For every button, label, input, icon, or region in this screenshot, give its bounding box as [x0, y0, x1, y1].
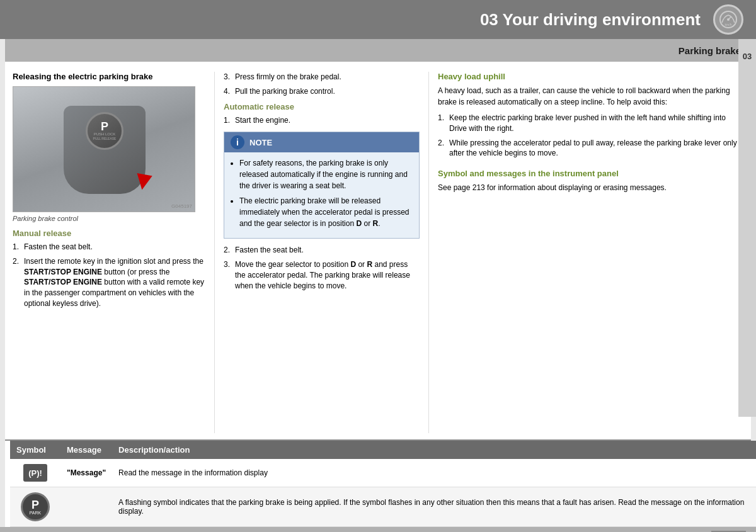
symbol-messages-body: See page 213 for information about displ… — [438, 182, 743, 193]
page-header: 03 Your driving environment km/h — [0, 0, 756, 39]
svg-point-2 — [727, 18, 730, 21]
manual-release-steps: 1. Fasten the seat belt. 2. Insert the r… — [13, 242, 205, 309]
note-box: i NOTE For safety reasons, the parking b… — [224, 132, 420, 239]
mid-top-steps: 3. Press firmly on the brake pedal. 4. P… — [224, 72, 420, 97]
symbol-cell: (P)! — [10, 459, 60, 487]
symbol-table-section: Symbol Message Description/action (P)! "… — [5, 439, 751, 527]
note-title: NOTE — [249, 138, 272, 147]
table-wrapper: Symbol Message Description/action (P)! "… — [5, 441, 751, 527]
list-item: For safety reasons, the parking brake is… — [239, 157, 413, 191]
list-item: 1. Fasten the seat belt. — [13, 242, 205, 252]
section-title-bar: Parking brake — [5, 39, 751, 62]
col-header-symbol: Symbol — [10, 441, 60, 459]
brake-image: P PUSH LOCKPULL RELEASE ▼ G045197 — [13, 86, 195, 212]
col-header-message: Message — [60, 441, 112, 459]
table-row: (P)! "Message" Read the message in the i… — [10, 459, 756, 487]
park-p-letter: P — [32, 499, 39, 511]
speedometer-icon: km/h — [713, 4, 743, 35]
list-item: The electric parking brake will be relea… — [239, 195, 413, 229]
right-column: Heavy load uphill A heavy load, such as … — [428, 72, 743, 433]
chapter-title: 03 Your driving environment — [480, 10, 701, 30]
symbol-messages-heading: Symbol and messages in the instrument pa… — [438, 169, 743, 178]
symbol-table: Symbol Message Description/action (P)! "… — [10, 441, 756, 527]
page-footer: ▶▶ 143 — [0, 527, 756, 532]
svg-text:km/h: km/h — [725, 23, 732, 26]
message-cell: "Message" — [60, 459, 112, 487]
heavy-load-body: A heavy load, such as a trailer, can cau… — [438, 85, 743, 108]
right-sidebar: 03 — [738, 39, 756, 417]
list-item: 2. Fasten the seat belt. — [224, 245, 420, 256]
left-heading: Releasing the electric parking brake — [13, 72, 205, 81]
p-exclamation-symbol: (P)! — [23, 464, 47, 482]
auto-release-steps: 1. Start the engine. — [224, 115, 420, 126]
section-title: Parking brake — [679, 45, 741, 56]
left-column: Releasing the electric parking brake P P… — [13, 72, 214, 433]
list-item: 1. Keep the electric parking brake lever… — [438, 113, 743, 134]
description-cell: Read the message in the information disp… — [112, 459, 756, 487]
note-list: For safety reasons, the parking brake is… — [231, 157, 413, 229]
list-item: 2. While pressing the accelerator pedal … — [438, 138, 743, 159]
heavy-load-heading: Heavy load uphill — [438, 72, 743, 81]
middle-column: 3. Press firmly on the brake pedal. 4. P… — [214, 72, 428, 433]
list-item: 3. Press firmly on the brake pedal. — [224, 72, 420, 82]
list-item: 2. Insert the remote key in the ignition… — [13, 256, 205, 309]
list-item: 1. Start the engine. — [224, 115, 420, 126]
auto-release-heading: Automatic release — [224, 102, 420, 111]
park-label: PARK — [30, 511, 42, 515]
mid-bottom-steps: 2. Fasten the seat belt. 3. Move the gea… — [224, 245, 420, 291]
description-cell: A flashing symbol indicates that the par… — [112, 487, 756, 527]
main-content: Releasing the electric parking brake P P… — [5, 62, 751, 439]
chapter-number: 03 — [743, 52, 752, 61]
note-header: i NOTE — [224, 132, 419, 152]
col-header-description: Description/action — [112, 441, 756, 459]
list-item: 4. Pull the parking brake control. — [224, 86, 420, 97]
manual-release-heading: Manual release — [13, 229, 205, 238]
list-item: 3. Move the gear selector to position D … — [224, 259, 420, 291]
info-icon: i — [231, 135, 244, 149]
table-row: P PARK A flashing symbol indicates that … — [10, 487, 756, 527]
message-cell — [60, 487, 112, 527]
symbol-cell: P PARK — [10, 487, 60, 527]
heavy-load-steps: 1. Keep the electric parking brake lever… — [438, 113, 743, 159]
image-caption: Parking brake control — [13, 215, 205, 222]
